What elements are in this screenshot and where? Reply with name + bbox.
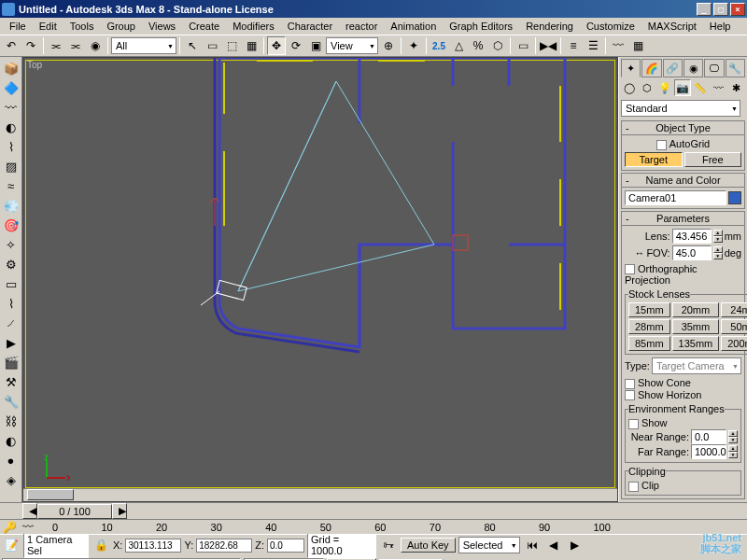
showcone-checkbox[interactable]	[625, 379, 635, 389]
spacewarps-subtab[interactable]: 〰	[710, 79, 726, 96]
menu-customize[interactable]: Customize	[581, 20, 641, 33]
select-name-button[interactable]: ▭	[203, 36, 221, 55]
manipulate-button[interactable]: ✦	[404, 36, 423, 55]
select-button[interactable]: ↖	[183, 36, 202, 55]
reactor-ragdoll-icon[interactable]: ⛓	[2, 412, 21, 430]
keymode-icon[interactable]: 🗝	[379, 536, 398, 554]
reactor-dashpot-icon[interactable]: ⟋	[2, 314, 21, 332]
snap-button[interactable]: 2.5	[430, 36, 448, 55]
menu-modifiers[interactable]: Modifiers	[227, 20, 280, 33]
menu-help[interactable]: Help	[704, 20, 737, 33]
display-tab[interactable]: 🖵	[704, 59, 724, 77]
lens-20[interactable]: 20mm	[672, 302, 720, 317]
lens-field[interactable]: 43.456	[672, 229, 712, 244]
bind-button[interactable]: ◉	[86, 36, 105, 55]
reactor-motor-icon[interactable]: ⚙	[2, 255, 21, 273]
schematic-button[interactable]: ▦	[628, 36, 647, 55]
lens-35[interactable]: 35mm	[672, 319, 720, 334]
hierarchy-tab[interactable]: 🔗	[663, 59, 683, 77]
z-coord-field[interactable]: 0.0	[267, 539, 304, 553]
autokey-button[interactable]: Auto Key	[401, 538, 456, 553]
lens-200[interactable]: 200mm	[721, 336, 747, 351]
viewport-hscrollbar[interactable]	[23, 488, 617, 501]
menu-rendering[interactable]: Rendering	[520, 20, 579, 33]
named-selection-button[interactable]: ▭	[514, 36, 532, 55]
envshow-checkbox[interactable]	[628, 419, 639, 429]
y-coord-field[interactable]: 18282.68	[196, 539, 252, 553]
modify-tab[interactable]: 🌈	[641, 59, 661, 77]
scale-button[interactable]: ▣	[306, 36, 325, 55]
reactor-spring-icon[interactable]: ⌇	[2, 294, 21, 313]
move-button[interactable]: ✥	[267, 36, 286, 55]
redo-button[interactable]: ↷	[21, 36, 40, 55]
refcoord-dropdown[interactable]: View	[326, 37, 378, 54]
menu-edit[interactable]: Edit	[34, 20, 63, 33]
keyfilter-dropdown[interactable]: Selected	[458, 537, 520, 553]
reactor-rope-icon[interactable]: ⌇	[2, 137, 21, 156]
free-button[interactable]: Free	[684, 152, 742, 167]
rollout-header[interactable]: Object Type	[622, 121, 744, 135]
trackbar-key-icon[interactable]: 🔑	[0, 518, 19, 537]
camera-type-dropdown[interactable]: Standard	[621, 100, 740, 117]
ortho-checkbox[interactable]	[625, 264, 635, 274]
reactor-prism-icon[interactable]: ◈	[2, 470, 21, 489]
spinner-snap-button[interactable]: ⬡	[488, 36, 507, 55]
far-range-field[interactable]: 1000.0	[691, 444, 726, 459]
reactor-create-icon[interactable]: 📦	[2, 59, 21, 77]
menu-reactor[interactable]: reactor	[340, 20, 383, 33]
menu-tools[interactable]: Tools	[64, 20, 100, 33]
curve-editor-button[interactable]: 〰	[609, 36, 627, 55]
geometry-subtab[interactable]: ◯	[621, 79, 638, 96]
cameras-subtab[interactable]: 📷	[674, 79, 691, 96]
lens-spinner[interactable]: ▲▼	[713, 230, 723, 243]
fov-dir-icon[interactable]: ↔	[634, 247, 644, 259]
lens-28[interactable]: 28mm	[628, 319, 670, 334]
x-coord-field[interactable]: 30113.113	[125, 539, 181, 553]
near-range-field[interactable]: 0.0	[691, 429, 726, 444]
timeslider-right-icon[interactable]: ▶	[112, 503, 127, 519]
fov-field[interactable]: 45.0	[672, 245, 712, 260]
time-slider[interactable]: ◀ 0 / 100 ▶	[0, 502, 747, 519]
pivot-button[interactable]: ⊕	[379, 36, 398, 55]
menu-group[interactable]: Group	[101, 20, 141, 33]
reactor-anim-icon[interactable]: 🎬	[2, 353, 21, 371]
link-button[interactable]: ⫘	[47, 36, 65, 55]
lens-50[interactable]: 50mm	[721, 319, 747, 334]
menu-views[interactable]: Views	[143, 20, 181, 33]
reactor-point-icon[interactable]: ●	[2, 451, 21, 469]
lens-85[interactable]: 85mm	[628, 336, 670, 351]
play-icon[interactable]: ▶	[566, 536, 585, 554]
unlink-button[interactable]: ⫘	[66, 36, 85, 55]
mirror-button[interactable]: ▶◀	[539, 36, 557, 55]
select-rect-button[interactable]: ⬚	[222, 36, 241, 55]
helpers-subtab[interactable]: 📏	[692, 79, 709, 96]
object-name-field[interactable]: Camera01	[625, 190, 726, 205]
goto-start-icon[interactable]: ⏮	[523, 536, 542, 554]
reactor-deform-icon[interactable]: ▨	[2, 157, 21, 175]
selection-filter-dropdown[interactable]: All	[111, 37, 176, 54]
motion-tab[interactable]: ◉	[684, 59, 703, 77]
reactor-plane-icon[interactable]: ▭	[2, 274, 21, 293]
timeline-ruler[interactable]: 🔑〰 0102030405060708090100	[0, 519, 747, 534]
menu-file[interactable]: File	[4, 20, 32, 33]
script-listener-icon[interactable]: 📝	[2, 536, 21, 554]
lens-135[interactable]: 135mm	[672, 336, 720, 351]
systems-subtab[interactable]: ✱	[727, 79, 744, 96]
reactor-hinge-icon[interactable]: ◐	[2, 431, 21, 450]
clip-checkbox[interactable]	[628, 482, 639, 492]
close-button[interactable]: ×	[730, 3, 745, 16]
menu-animation[interactable]: Animation	[385, 20, 442, 33]
reactor-cloth-icon[interactable]: 〰	[2, 98, 21, 117]
lens-15[interactable]: 15mm	[628, 302, 670, 317]
timeslider-thumb[interactable]: 0 / 100	[37, 504, 112, 519]
reactor-preview-icon[interactable]: ▶	[2, 333, 21, 352]
minimize-button[interactable]: _	[697, 3, 712, 16]
reactor-rigid-icon[interactable]: 🔷	[2, 78, 21, 97]
camera-kind-dropdown[interactable]: Target Camera	[652, 357, 741, 374]
create-tab[interactable]: ✦	[621, 59, 641, 77]
viewport[interactable]: Top	[22, 57, 618, 502]
layers-button[interactable]: ☰	[584, 36, 602, 55]
menu-maxscript[interactable]: MAXScript	[642, 20, 702, 33]
autogrid-checkbox[interactable]	[656, 140, 667, 150]
trackbar-curve-icon[interactable]: 〰	[19, 518, 37, 537]
